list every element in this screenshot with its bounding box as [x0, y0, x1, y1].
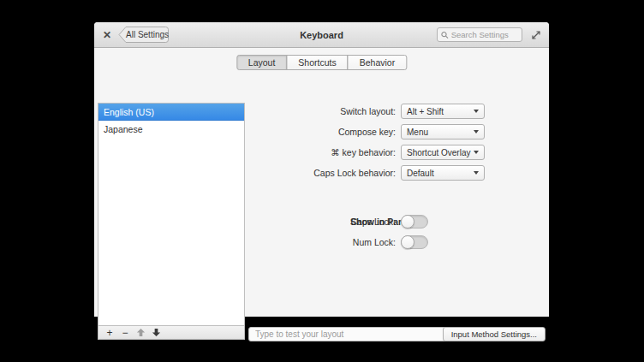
- header-bar: ✕ All Settings Keyboard: [94, 22, 549, 48]
- num-lock-toggle[interactable]: [401, 235, 428, 249]
- all-settings-back-button[interactable]: All Settings: [118, 27, 170, 43]
- add-layout-button[interactable]: +: [104, 327, 116, 339]
- compose-key-value: Menu: [407, 128, 474, 137]
- remove-layout-button[interactable]: −: [119, 327, 131, 339]
- tab-behavior[interactable]: Behavior: [348, 55, 407, 70]
- window-title: Keyboard: [300, 30, 343, 40]
- chevron-down-icon: [474, 151, 479, 154]
- content-area: Layout Shortcuts Behavior English (US) J…: [94, 48, 549, 316]
- caps-lock-toggle-row: Caps Lock:: [248, 214, 428, 229]
- toggle-knob: [401, 235, 414, 249]
- desktop-background: ✕ All Settings Keyboard: [0, 0, 644, 362]
- move-down-button[interactable]: [150, 327, 162, 339]
- list-item-japanese[interactable]: Japanese: [98, 121, 244, 138]
- tab-layout[interactable]: Layout: [236, 55, 288, 70]
- maximize-button[interactable]: [530, 29, 542, 41]
- input-method-settings-button[interactable]: Input Method Settings...: [443, 327, 546, 341]
- caps-lock-behavior-dropdown[interactable]: Default: [401, 165, 485, 181]
- list-item-english-us[interactable]: English (US): [98, 104, 244, 121]
- toggle-knob: [401, 215, 414, 228]
- move-up-icon: [136, 328, 146, 337]
- close-icon: ✕: [103, 30, 111, 40]
- compose-key-row: Compose key: Menu: [248, 124, 485, 139]
- cmd-key-behavior-dropdown[interactable]: Shortcut Overlay: [401, 145, 485, 160]
- chevron-down-icon: [474, 130, 479, 134]
- move-up-button[interactable]: [134, 327, 146, 339]
- keyboard-settings-window: ✕ All Settings Keyboard: [94, 22, 549, 317]
- tab-shortcuts[interactable]: Shortcuts: [286, 55, 348, 70]
- layout-list-panel: English (US) Japanese + −: [98, 103, 245, 340]
- layout-test-input[interactable]: [248, 327, 456, 341]
- switch-layout-value: Alt + Shift: [407, 107, 474, 116]
- search-field[interactable]: [437, 27, 522, 42]
- list-toolbar: + −: [98, 325, 244, 339]
- view-switcher: Layout Shortcuts Behavior: [236, 55, 407, 70]
- maximize-icon: [531, 30, 541, 40]
- caps-lock-behavior-label: Caps Lock behavior:: [248, 168, 396, 178]
- search-icon: [441, 31, 449, 39]
- cmd-key-behavior-row: ⌘ key behavior: Shortcut Overlay: [248, 145, 485, 160]
- switch-layout-dropdown[interactable]: Alt + Shift: [401, 104, 485, 119]
- caps-lock-toggle[interactable]: [401, 215, 428, 228]
- compose-key-label: Compose key:: [248, 127, 396, 137]
- caps-lock-toggle-label: Caps Lock:: [248, 217, 396, 227]
- num-lock-toggle-row: Num Lock:: [248, 234, 428, 250]
- cmd-key-behavior-label: ⌘ key behavior:: [248, 147, 396, 157]
- move-down-icon: [152, 328, 161, 337]
- layout-list: English (US) Japanese: [98, 104, 244, 325]
- caps-lock-behavior-value: Default: [407, 169, 474, 178]
- switch-layout-row: Switch layout: Alt + Shift: [248, 104, 485, 119]
- compose-key-dropdown[interactable]: Menu: [401, 124, 485, 139]
- chevron-down-icon: [474, 171, 479, 175]
- switch-layout-label: Switch layout:: [248, 106, 396, 116]
- search-input[interactable]: [451, 30, 518, 39]
- close-button[interactable]: ✕: [101, 29, 113, 41]
- cmd-key-behavior-value: Shortcut Overlay: [407, 148, 474, 157]
- chevron-down-icon: [474, 110, 479, 113]
- caps-lock-behavior-row: Caps Lock behavior: Default: [248, 165, 485, 181]
- num-lock-toggle-label: Num Lock:: [248, 237, 396, 247]
- back-button-label: All Settings: [126, 30, 169, 39]
